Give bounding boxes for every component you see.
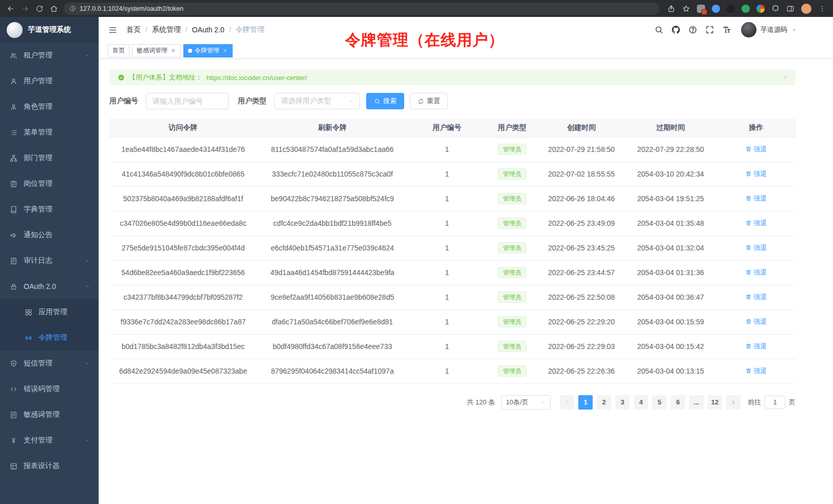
dictionary-icon (10, 206, 17, 214)
force-logout-button[interactable]: 强退 (745, 342, 767, 351)
pager-page-button[interactable]: 5 (652, 395, 667, 410)
force-logout-button[interactable]: 强退 (745, 145, 767, 154)
star-button[interactable] (679, 2, 693, 15)
access-token-cell: b0d1785bc3a8482f812db4a3f3bd15ec (109, 334, 257, 359)
extension-pinwheel-icon[interactable] (756, 5, 765, 13)
pager-page-button[interactable]: 1 (578, 395, 593, 410)
tab-item[interactable]: 首页 (108, 44, 129, 57)
pager-page-button[interactable]: 4 (634, 395, 648, 410)
user-id-cell: 1 (408, 236, 486, 260)
user-menu[interactable]: 芋道源码 (741, 22, 797, 37)
sidebar-item-label: 用户管理 (24, 76, 52, 86)
tab-item[interactable]: 敏感词管理 (132, 44, 181, 57)
user-type-cell: 管理员 (486, 236, 538, 260)
next-page-button[interactable] (726, 395, 741, 410)
sidebar-item[interactable]: OAuth 2.0 (0, 274, 99, 299)
extension-apps-icon[interactable] (697, 5, 705, 13)
font-size-button[interactable] (718, 17, 735, 43)
more-menu-button[interactable] (816, 2, 829, 15)
force-logout-button[interactable]: 强退 (745, 219, 767, 228)
breadcrumb-item[interactable]: 系统管理 (152, 25, 181, 34)
sidebar-toggle-button[interactable] (99, 17, 126, 43)
goto-page-input[interactable] (765, 396, 785, 409)
oauth-icon (10, 283, 17, 290)
sidebar-item[interactable]: 字典管理 (0, 197, 99, 222)
user-type-badge: 管理员 (498, 193, 526, 204)
sidebar-item[interactable]: 敏感词管理 (0, 402, 99, 428)
extension-blue-icon[interactable] (712, 5, 720, 13)
error-code-icon (10, 385, 17, 393)
alert-doc-link[interactable]: https://doc.iocoder.cn/user-center/ (206, 74, 307, 82)
close-tab-icon[interactable] (222, 48, 228, 53)
reload-button[interactable] (33, 2, 46, 15)
trash-icon (745, 343, 752, 350)
announcement-icon (10, 231, 17, 239)
chevron-down-icon (540, 399, 546, 405)
pager-page-button[interactable]: 3 (615, 395, 630, 410)
pager-page-button[interactable]: 6 (671, 395, 685, 410)
column-header: 刷新令牌 (257, 119, 408, 137)
sidebar-item[interactable]: 通知公告 (0, 222, 99, 248)
side-panel-button[interactable] (784, 2, 797, 15)
force-logout-button[interactable]: 强退 (745, 194, 767, 203)
token-row: 502375b8040a469a9b82188afdf6af1fbe90422b… (109, 186, 796, 211)
sidebar-item[interactable]: 审计日志 (0, 248, 99, 274)
token-row: c347026e805e4d99b0d116eae66eda8ccdfc4ce9… (109, 211, 796, 236)
force-logout-button[interactable]: 强退 (745, 243, 767, 253)
force-logout-button[interactable]: 强退 (745, 366, 767, 376)
user-type-select[interactable]: 请选择用户类型 (274, 93, 360, 109)
pager-page-button[interactable]: 2 (597, 395, 611, 410)
share-button[interactable] (665, 2, 678, 15)
sidebar-item[interactable]: 报表设计器 (0, 453, 99, 479)
sidebar-item[interactable]: 应用管理 (0, 299, 99, 325)
sidebar-item[interactable]: 用户管理 (0, 68, 99, 94)
sidebar-item[interactable]: 支付管理 (0, 428, 99, 453)
question-button[interactable] (684, 17, 701, 43)
sidebar-item[interactable]: 令牌管理 (0, 325, 99, 351)
page-size-value: 10条/页 (506, 398, 528, 407)
profile-avatar-icon[interactable] (801, 4, 811, 14)
prev-page-button[interactable] (560, 395, 574, 410)
user-name: 芋道源码 (761, 25, 787, 34)
github-button[interactable] (667, 17, 684, 43)
page-content: 【用户体系】文档地址： https://doc.iocoder.cn/user-… (99, 59, 833, 504)
tab-item[interactable]: 令牌管理 (183, 44, 233, 57)
page-size-select[interactable]: 10条/页 (501, 395, 551, 410)
address-bar[interactable]: 127.0.0.1:1024/system/oauth2/token (64, 3, 659, 15)
search-button[interactable] (650, 17, 667, 43)
forward-button[interactable] (18, 2, 32, 15)
access-token-cell: 502375b8040a469a9b82188afdf6af1f (109, 186, 257, 211)
search-button[interactable]: 搜索 (366, 93, 404, 109)
sidebar-item[interactable]: 短信管理 (0, 351, 99, 376)
force-logout-button[interactable]: 强退 (745, 268, 767, 277)
close-tab-icon[interactable] (171, 48, 176, 53)
extension-puzzle-button[interactable] (769, 2, 782, 15)
user-id-input[interactable] (146, 93, 229, 109)
sidebar-item[interactable]: 菜单管理 (0, 120, 99, 145)
app-logo-row[interactable]: 芋道管理系统 (0, 17, 99, 43)
star-icon (682, 5, 690, 13)
sidebar-item[interactable]: 岗位管理 (0, 171, 99, 197)
extension-globe-icon[interactable] (727, 5, 735, 13)
force-logout-button[interactable]: 强退 (745, 169, 767, 179)
reset-button[interactable]: 重置 (410, 93, 448, 109)
close-alert-icon[interactable] (782, 74, 788, 81)
sidebar-item[interactable]: 角色管理 (0, 94, 99, 120)
extension-green-icon[interactable] (742, 5, 750, 13)
access-token-cell: c347026e805e4d99b0d116eae66eda8c (109, 211, 257, 236)
breadcrumb-item[interactable]: OAuth 2.0 (192, 26, 224, 34)
user-type-cell: 管理员 (486, 186, 538, 211)
pager-page-button[interactable]: 12 (708, 395, 722, 410)
breadcrumb-item[interactable]: 首页 (126, 25, 141, 34)
force-logout-button[interactable]: 强退 (745, 317, 767, 326)
sidebar-item[interactable]: 部门管理 (0, 145, 99, 171)
fullscreen-button[interactable] (701, 17, 718, 43)
font-size-icon (722, 25, 731, 34)
home-button[interactable] (47, 2, 61, 15)
info-icon[interactable] (69, 5, 76, 12)
sidebar-item[interactable]: 错误码管理 (0, 376, 99, 402)
pager-more-button[interactable]: ... (689, 395, 704, 410)
sidebar-item[interactable]: 租户管理 (0, 43, 99, 68)
back-button[interactable] (4, 2, 17, 15)
force-logout-button[interactable]: 强退 (745, 293, 767, 302)
